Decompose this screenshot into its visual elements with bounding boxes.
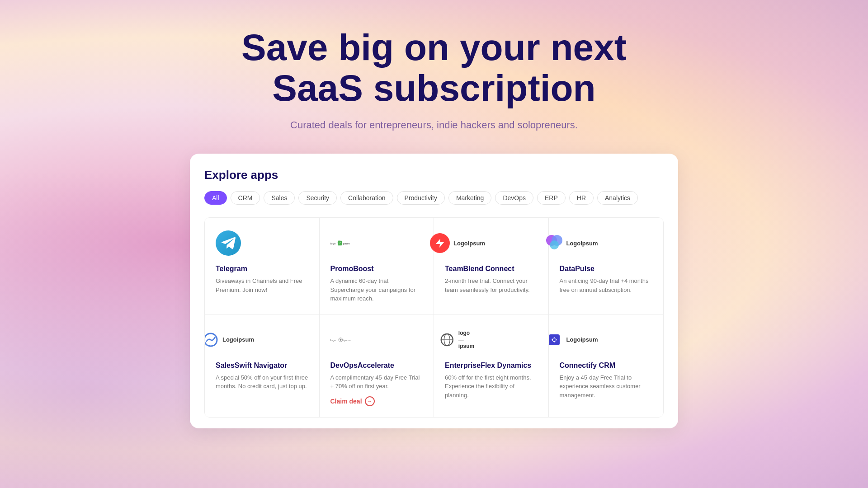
- claim-deal-label: Claim deal: [330, 398, 362, 405]
- filter-tab-erp[interactable]: ERP: [537, 191, 566, 205]
- hero-subtitle: Curated deals for entrepreneurs, indie h…: [290, 119, 578, 131]
- svg-text:ipsum: ipsum: [343, 338, 350, 341]
- filter-tab-sales[interactable]: Sales: [264, 191, 295, 205]
- salesswift-name: SalesSwift Navigator: [216, 361, 308, 370]
- svg-text:ipsum: ipsum: [342, 242, 349, 245]
- connectify-logo: Logoipsum: [560, 327, 585, 352]
- explore-section-title: Explore apps: [204, 168, 664, 182]
- filter-tab-analytics[interactable]: Analytics: [597, 191, 638, 205]
- enterprise-name: EnterpriseFlex Dynamics: [445, 361, 538, 370]
- app-card-salesswift[interactable]: Logoipsum SalesSwift Navigator A special…: [205, 314, 320, 417]
- apps-grid: Telegram Giveaways in Channels and Free …: [204, 217, 664, 418]
- svg-text:logo: logo: [330, 338, 336, 341]
- connectify-name: Connectify CRM: [560, 361, 653, 370]
- app-card-connectify[interactable]: Logoipsum Connectify CRM Enjoy a 45-day …: [549, 314, 664, 417]
- salesswift-desc: A special 50% off on your first three mo…: [216, 373, 308, 391]
- svg-marker-4: [436, 239, 444, 248]
- promoboost-logo: logo ipsum: [330, 230, 356, 256]
- filter-tabs: All CRM Sales Security Collaboration Pro…: [204, 191, 664, 205]
- telegram-logo: [216, 230, 241, 256]
- hero-title: Save big on your next SaaS subscription: [241, 27, 627, 108]
- datapulse-name: DataPulse: [560, 265, 653, 273]
- claim-deal-button[interactable]: Claim deal →: [330, 396, 423, 406]
- page-content: Save big on your next SaaS subscription …: [0, 0, 868, 428]
- teamblend-name: TeamBlend Connect: [445, 265, 538, 273]
- telegram-name: Telegram: [216, 265, 308, 273]
- datapulse-desc: An enticing 90-day trial +4 months free …: [560, 277, 653, 294]
- promoboost-desc: A dynamic 60-day trial. Supercharge your…: [330, 277, 423, 303]
- filter-tab-all[interactable]: All: [204, 191, 227, 205]
- filter-tab-collaboration[interactable]: Collaboration: [340, 191, 393, 205]
- devops-name: DevOpsAccelerate: [330, 361, 423, 370]
- salesswift-logo: Logoipsum: [216, 327, 241, 352]
- filter-tab-security[interactable]: Security: [298, 191, 337, 205]
- explore-panel: Explore apps All CRM Sales Security Coll…: [190, 154, 678, 428]
- enterprise-desc: 60% off for the first eight months. Expe…: [445, 373, 538, 400]
- app-card-promoboost[interactable]: logo ipsum PromoBoost A dynamic 60-day t…: [320, 218, 434, 314]
- devops-desc: A complimentary 45-day Free Trial + 70% …: [330, 373, 423, 391]
- svg-text:logo: logo: [330, 242, 336, 245]
- app-card-teamblend[interactable]: Logoipsum TeamBlend Connect 2-month free…: [434, 218, 549, 314]
- app-card-datapulse[interactable]: Logoipsum DataPulse An enticing 90-day t…: [549, 218, 664, 314]
- enterprise-logo: logo —ipsum: [445, 327, 470, 352]
- svg-rect-18: [553, 338, 556, 341]
- filter-tab-productivity[interactable]: Productivity: [397, 191, 445, 205]
- filter-tab-marketing[interactable]: Marketing: [448, 191, 491, 205]
- app-card-enterpriseflex[interactable]: logo —ipsum EnterpriseFlex Dynamics 60% …: [434, 314, 549, 417]
- filter-tab-devops[interactable]: DevOps: [495, 191, 533, 205]
- app-card-devopsaccelerate[interactable]: logo ipsum DevOpsAccelerate A compliment…: [320, 314, 434, 417]
- telegram-desc: Giveaways in Channels and Free Premium. …: [216, 277, 308, 294]
- claim-deal-icon: →: [365, 396, 375, 406]
- filter-tab-hr[interactable]: HR: [569, 191, 594, 205]
- teamblend-desc: 2-month free trial. Connect your team se…: [445, 277, 538, 294]
- svg-point-7: [550, 240, 559, 249]
- promoboost-name: PromoBoost: [330, 265, 423, 273]
- filter-tab-crm[interactable]: CRM: [231, 191, 260, 205]
- datapulse-logo: Logoipsum: [560, 230, 585, 256]
- teamblend-logo: Logoipsum: [445, 230, 470, 256]
- devops-logo: logo ipsum: [330, 327, 356, 352]
- app-card-telegram[interactable]: Telegram Giveaways in Channels and Free …: [205, 218, 320, 314]
- connectify-desc: Enjoy a 45-day Free Trial to experience …: [560, 373, 653, 400]
